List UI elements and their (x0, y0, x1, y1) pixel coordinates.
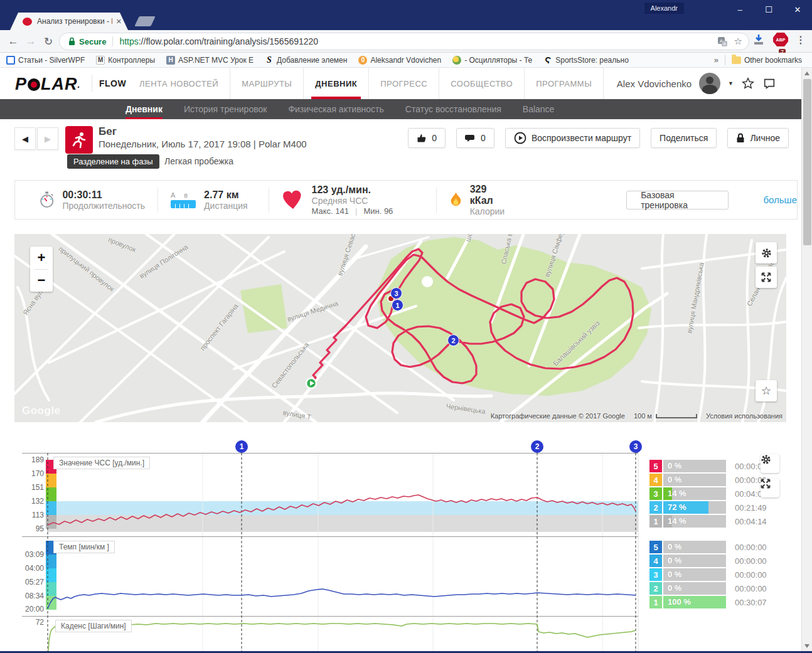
scroll-down-arrow[interactable] (804, 644, 809, 648)
scroll-up-arrow[interactable] (804, 72, 809, 75)
previous-training-button[interactable]: ◀ (14, 127, 36, 150)
map-favorite-button[interactable]: ☆ (756, 380, 777, 401)
subnav-diary[interactable]: Дневник (126, 99, 163, 119)
route-map[interactable]: провулокприлуцький провулоквулиця Поліго… (14, 234, 786, 422)
subnav-activity[interactable]: Физическая активность (288, 99, 383, 119)
training-benefit-button[interactable]: Базовая тренировка (626, 191, 729, 210)
nav-routes[interactable]: МАРШРУТЫ (230, 68, 304, 99)
comment-button[interactable]: 0 (456, 128, 494, 148)
privacy-button[interactable]: Личное (727, 128, 789, 148)
map-terms-link[interactable]: Условия использования (706, 412, 783, 420)
summary-stats-bar: 00:30:11Продолжительность Ав 2.77 кмДист… (14, 180, 798, 220)
bookmark-item[interactable]: Статьи - SilverWPF (6, 56, 85, 65)
zone-number: 3 (649, 487, 662, 500)
zone-percent: 0 % (668, 570, 681, 579)
nav-feed[interactable]: ЛЕНТА НОВОСТЕЙ (128, 68, 230, 99)
maximize-button[interactable]: ☐ (754, 0, 783, 19)
zone-bar: 0 % (663, 474, 726, 486)
subnav-history[interactable]: История тренировок (184, 99, 267, 119)
bookmark-item[interactable]: MКонтроллеры (96, 56, 155, 65)
nav-progress[interactable]: ПРОГРЕСС (369, 68, 439, 99)
scale-bar (656, 414, 697, 418)
nav-programs[interactable]: ПРОГРАММЫ (525, 68, 604, 99)
bookmark-item[interactable]: ϚSportsStore: реально (543, 56, 629, 65)
zone-strip (46, 568, 56, 582)
map-lap-marker[interactable]: 1 (392, 299, 403, 311)
bookmark-item[interactable]: 0Aleksandr Vdovichen (358, 56, 441, 65)
axis-tick: 151 (13, 483, 44, 492)
training-note: Легкая пробежка (164, 156, 233, 166)
messages-icon[interactable] (762, 77, 776, 90)
chart-fullscreen-button[interactable] (761, 479, 779, 497)
zone-time: 00:00:00 (735, 543, 767, 552)
calories-stat: 329 кКалКалории (437, 184, 520, 216)
bookmarks-divider (725, 55, 725, 65)
map-lap-marker[interactable]: 2 (447, 334, 459, 346)
phase-split-badge[interactable]: Разделение на фазы (67, 154, 159, 169)
user-name[interactable]: Alex Vdovichenko (617, 78, 692, 89)
omnibox-divider (112, 36, 113, 46)
hr-legend: Значение ЧСС [уд./мин.] (53, 457, 150, 469)
lap-marker[interactable]: 3 (629, 440, 642, 453)
minimize-button[interactable]: – (725, 0, 754, 19)
other-bookmarks[interactable]: Other bookmarks (732, 56, 802, 65)
secure-lock-icon (68, 37, 75, 46)
zone-strip (46, 515, 56, 529)
polar-logo[interactable]: PLAR. (15, 75, 80, 94)
sport-title: Бег (99, 125, 117, 138)
zone-row: 40 %00:00:00 (649, 555, 797, 567)
lap-marker[interactable]: 1 (235, 440, 248, 453)
o-icon: 0 (358, 56, 367, 65)
replay-route-button[interactable]: Воспроизвести маршрут (505, 128, 640, 148)
gear-icon (761, 248, 772, 258)
translate-icon[interactable]: Aa (717, 36, 728, 47)
page-scrollbar[interactable] (801, 68, 812, 653)
axis-tick: 189 (13, 455, 44, 464)
bookmark-item[interactable]: - Осцилляторы - Те (452, 56, 532, 65)
subnav-balance[interactable]: Balance (523, 99, 555, 119)
forward-button[interactable]: → (23, 33, 39, 50)
flow-label[interactable]: FLOW (99, 78, 126, 88)
chevron-down-icon[interactable]: ▼ (728, 80, 734, 87)
reload-button[interactable]: ↻ (40, 33, 56, 50)
map-fullscreen-button[interactable] (756, 267, 777, 288)
close-button[interactable]: ✕ (783, 0, 812, 19)
nav-diary[interactable]: ДНЕВНИК (304, 68, 369, 99)
adblock-extension-icon[interactable]: ABP 7 (773, 33, 788, 46)
bookmark-star-icon[interactable]: ☆ (734, 36, 742, 47)
subnav-recovery[interactable]: Статус восстановления (405, 99, 501, 119)
like-button[interactable]: 0 (408, 128, 446, 148)
axis-tick: 132 (13, 497, 44, 506)
window-icon (6, 56, 15, 65)
favorites-star-icon[interactable] (741, 77, 755, 90)
chart-settings-button[interactable] (761, 454, 779, 473)
address-bar[interactable]: Secure https://flow.polar.com/training/a… (59, 33, 749, 50)
download-extension-icon[interactable] (752, 33, 766, 46)
bookmark-item[interactable]: SДобавление элемен (265, 56, 347, 65)
tab-close-icon[interactable]: ✕ (116, 18, 122, 26)
nav-community[interactable]: СООБЩЕСТВО (439, 68, 525, 99)
chrome-menu-icon[interactable]: ⋮ (796, 34, 806, 46)
scrollbar-thumb[interactable] (803, 79, 811, 245)
map-lap-marker[interactable]: 3 (390, 287, 402, 299)
analysis-charts[interactable]: 1891701511321139503:0904:0005:2708:3420:… (0, 433, 812, 653)
next-training-button[interactable]: ▶ (37, 127, 58, 150)
a-b-label: Ав (171, 191, 196, 199)
lap-marker[interactable]: 2 (531, 440, 543, 453)
bookmarks-overflow-chevron[interactable]: » (714, 55, 719, 65)
zoom-in-button[interactable]: + (30, 247, 53, 269)
share-button[interactable]: Поделиться (651, 128, 717, 148)
zoom-out-button[interactable]: − (30, 269, 53, 292)
map-settings-button[interactable] (756, 242, 777, 263)
avatar[interactable] (699, 73, 720, 94)
browser-tab[interactable]: Анализ тренировки - Po ✕ (10, 13, 128, 30)
cadence-line (48, 624, 636, 652)
bookmark-item[interactable]: HASP.NET MVC Урок Е (166, 56, 254, 65)
chrome-profile-name[interactable]: Alexandr (644, 3, 684, 14)
duration-stat: 00:30:11Продолжительность (15, 189, 158, 211)
more-link[interactable]: больше (763, 194, 797, 205)
lock-icon (736, 133, 745, 143)
new-tab-button[interactable] (134, 16, 155, 26)
pace-legend: Темп [мин/км ] (53, 541, 115, 553)
back-button[interactable]: ← (5, 33, 21, 50)
